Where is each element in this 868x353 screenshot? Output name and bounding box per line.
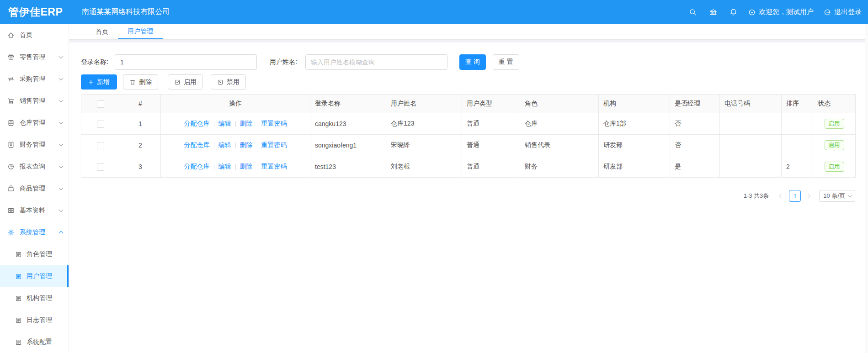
status-badge[interactable]: 启用 [825,140,844,150]
cell-org: 研发部 [599,135,670,156]
sidebar-item-goods[interactable]: 商品管理 [0,178,69,200]
chevron-down-icon [59,164,64,169]
cell-sort [782,113,813,135]
delete-link[interactable]: 删除 [240,163,253,171]
row-checkbox[interactable] [97,163,104,171]
chevron-down-icon [59,120,64,125]
document-icon [15,295,22,302]
sidebar: 首页 零售管理 采购管理 销售管理 仓库管理 财务管理 [0,24,69,353]
status-badge[interactable]: 启用 [825,119,844,129]
row-index: 2 [120,135,161,156]
search-icon[interactable] [688,8,697,16]
tab-home[interactable]: 首页 [86,24,118,39]
edit-link[interactable]: 编辑 [218,163,231,171]
select-all-checkbox[interactable] [97,100,104,108]
document-icon [15,273,22,280]
reset-password-link[interactable]: 重置密码 [261,141,287,149]
col-actions: 操作 [161,95,310,113]
col-index: # [120,95,161,113]
bank-icon[interactable] [709,8,717,16]
page: 管伊佳ERP 南通某某网络科技有限公司 欢迎您，测试用户 退出登录 [0,0,868,353]
assign-warehouse-link[interactable]: 分配仓库 [184,163,210,171]
grid-icon [7,207,15,214]
disable-button[interactable]: 禁用 [211,74,246,90]
col-manager: 是否经理 [670,95,720,113]
divider [257,164,257,170]
sidebar-item-log-mgmt[interactable]: 日志管理 [0,309,69,331]
reset-button[interactable]: 重 置 [493,54,519,70]
sidebar-item-role-mgmt[interactable]: 角色管理 [0,243,69,265]
sidebar-item-basedata[interactable]: 基本资料 [0,200,69,221]
assign-warehouse-link[interactable]: 分配仓库 [184,120,210,128]
cell-phone [720,135,782,156]
col-phone: 电话号码 [720,95,782,113]
sidebar-item-finance[interactable]: 财务管理 [0,134,69,156]
row-checkbox[interactable] [97,121,104,128]
pie-chart-icon [7,163,15,170]
sidebar-item-reports[interactable]: 报表查询 [0,156,69,178]
document-icon [15,339,22,346]
table-row: 2 分配仓库 编辑 删除 重置密码 songxiaofeng1 宋晓锋 普通 销… [81,135,856,156]
chevron-right-icon [806,194,811,198]
login-name-input[interactable] [115,54,257,70]
col-org: 机构 [599,95,670,113]
bell-icon[interactable] [729,8,737,16]
home-icon [7,32,15,39]
chevron-left-icon [779,194,784,198]
add-button[interactable]: 新增 [81,74,117,90]
next-page-button[interactable] [804,190,815,201]
reset-password-link[interactable]: 重置密码 [261,120,287,128]
divider [235,121,236,127]
top-header: 管伊佳ERP 南通某某网络科技有限公司 欢迎您，测试用户 退出登录 [0,0,868,24]
user-name-label: 用户姓名: [270,58,297,66]
logout-button[interactable]: 退出登录 [824,8,862,16]
user-name-input[interactable] [305,54,447,70]
col-login: 登录名称 [310,95,386,113]
company-name: 南通某某网络科技有限公司 [82,7,170,17]
edit-link[interactable]: 编辑 [218,141,231,149]
delete-link[interactable]: 删除 [240,120,253,128]
query-button[interactable]: 查 询 [459,54,486,70]
sidebar-item-sales[interactable]: 销售管理 [0,90,69,112]
welcome-text: 欢迎您，测试用户 [759,8,814,16]
sidebar-item-user-mgmt[interactable]: 用户管理 [0,265,69,287]
sidebar-item-org-mgmt[interactable]: 机构管理 [0,287,69,309]
document-icon [15,317,22,324]
cell-manager: 否 [670,113,720,135]
sidebar-item-home[interactable]: 首页 [0,24,69,46]
tab-user-management[interactable]: 用户管理 [118,24,163,39]
scrollbar[interactable] [865,24,868,353]
col-role: 角色 [520,95,599,113]
reset-password-link[interactable]: 重置密码 [261,163,287,171]
row-checkbox[interactable] [97,142,104,149]
main-area: 首页 用户管理 登录名称: 用户姓名: 查 询 重 置 新增 [69,24,868,353]
user-dropdown-icon [748,9,756,16]
current-page[interactable]: 1 [789,190,801,202]
assign-warehouse-link[interactable]: 分配仓库 [184,141,210,149]
page-size-select[interactable]: 10 条/页 [819,190,855,202]
sidebar-item-sys-config[interactable]: 系统配置 [0,331,69,353]
prev-page-button[interactable] [775,190,786,201]
cell-login: cangku123 [310,113,386,135]
cell-type: 普通 [462,113,520,135]
sidebar-item-retail[interactable]: 零售管理 [0,46,69,68]
enable-button[interactable]: 启用 [168,74,203,90]
retail-icon [7,53,15,61]
divider [235,164,236,170]
cell-org: 仓库1部 [599,113,670,135]
delete-button[interactable]: 删除 [123,74,158,90]
logout-text: 退出登录 [834,8,862,16]
cell-name: 刘老根 [386,156,462,178]
col-status: 状态 [813,95,856,113]
edit-link[interactable]: 编辑 [218,120,231,128]
sidebar-item-warehouse[interactable]: 仓库管理 [0,112,69,134]
chevron-down-icon [59,76,64,81]
pagination: 1-3 共3条 1 10 条/页 [81,190,855,202]
chevron-down-icon [59,98,64,103]
sidebar-item-purchase[interactable]: 采购管理 [0,68,69,90]
divider [214,142,214,148]
sidebar-item-system[interactable]: 系统管理 [0,221,69,243]
delete-link[interactable]: 删除 [240,141,253,149]
status-badge[interactable]: 启用 [825,162,844,172]
user-menu[interactable]: 欢迎您，测试用户 [748,8,814,16]
